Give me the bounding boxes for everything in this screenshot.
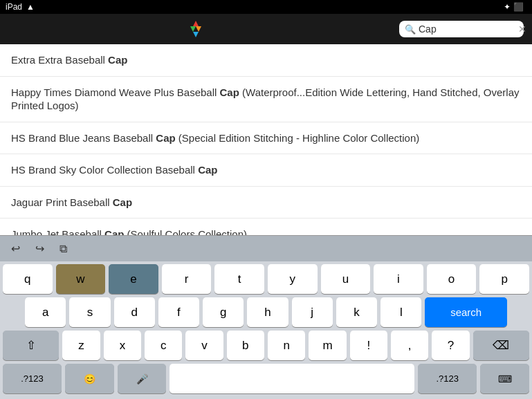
key-d[interactable]: d (114, 297, 155, 327)
search-box: 🔍 ✕ (399, 21, 524, 37)
key-a[interactable]: a (25, 297, 66, 327)
key-row-1: qwertyuiop (3, 264, 529, 294)
key-k[interactable]: k (336, 297, 377, 327)
key-x[interactable]: x (104, 331, 141, 360)
key-row-bottom: .?123😊🎤.?123⌨ (3, 364, 529, 399)
shopkeep-logo-icon (186, 19, 205, 39)
battery-icon: ⬛ (513, 2, 524, 12)
numbers-key-right[interactable]: .?123 (418, 364, 477, 393)
undo-button[interactable]: ↩ (7, 239, 24, 258)
key-h[interactable]: h (247, 297, 288, 327)
key-w[interactable]: w (56, 264, 106, 294)
svg-marker-3 (193, 32, 199, 37)
keyboard-toolbar: ↩ ↪ ⧉ (0, 235, 532, 261)
bluetooth-icon: ✦ (504, 2, 511, 12)
result-item[interactable]: Extra Extra Baseball Cap (0, 44, 532, 77)
key-row-3: ⇧zxcvbnm!,?⌫ (3, 331, 529, 360)
mic-key[interactable]: 🎤 (118, 364, 167, 393)
search-icon: 🔍 (405, 24, 416, 35)
shift-key[interactable]: ⇧ (3, 331, 59, 360)
numbers-key-left[interactable]: .?123 (3, 364, 62, 393)
key-s[interactable]: s (69, 297, 110, 327)
logo (21, 19, 374, 39)
key-z[interactable]: z (62, 331, 100, 360)
key-,[interactable]: , (391, 331, 428, 360)
paste-button[interactable]: ⧉ (55, 240, 71, 258)
key-y[interactable]: y (268, 264, 318, 294)
key-row-2: asdfghjklSearch (3, 297, 529, 327)
key-l[interactable]: l (380, 297, 421, 327)
key-b[interactable]: b (227, 331, 264, 360)
menu-button[interactable] (8, 26, 14, 32)
key-p[interactable]: p (479, 264, 529, 294)
svg-marker-0 (193, 21, 199, 26)
key-f[interactable]: f (158, 297, 199, 327)
space-key[interactable] (169, 364, 414, 393)
search-key[interactable]: Search (425, 297, 507, 327)
result-item[interactable]: Happy Times Diamond Weave Plus Baseball … (0, 77, 532, 122)
svg-marker-1 (196, 26, 201, 32)
key-r[interactable]: r (162, 264, 212, 294)
svg-marker-2 (190, 26, 196, 32)
key-m[interactable]: m (309, 331, 346, 360)
key-?[interactable]: ? (432, 331, 469, 360)
result-item[interactable]: HS Brand Blue Jeans Baseball Cap (Specia… (0, 122, 532, 155)
key-v[interactable]: v (185, 331, 223, 360)
search-input[interactable] (419, 24, 515, 35)
key-![interactable]: ! (350, 331, 387, 360)
status-bar: iPad ▲ ✦ ⬛ (0, 0, 532, 14)
search-clear-button[interactable]: ✕ (518, 24, 526, 35)
backspace-key[interactable]: ⌫ (473, 331, 529, 360)
keyboard: ↩ ↪ ⧉ qwertyuiop asdfghjklSearch ⇧zxcvbn… (0, 235, 532, 399)
keyboard-dismiss-key[interactable]: ⌨ (480, 364, 529, 393)
key-i[interactable]: i (374, 264, 423, 294)
key-q[interactable]: q (3, 264, 53, 294)
ipad-label: iPad (6, 2, 22, 12)
key-j[interactable]: j (292, 297, 333, 327)
key-g[interactable]: g (203, 297, 244, 327)
header: 🔍 ✕ (0, 14, 532, 44)
redo-button[interactable]: ↪ (31, 239, 48, 258)
discard-button[interactable] (381, 26, 392, 32)
wifi-icon: ▲ (26, 2, 35, 12)
emoji-key[interactable]: 😊 (65, 364, 114, 393)
key-e[interactable]: e (109, 264, 158, 294)
key-n[interactable]: n (268, 331, 305, 360)
status-right: ✦ ⬛ (504, 2, 526, 12)
key-rows: qwertyuiop asdfghjklSearch ⇧zxcvbnm!,?⌫ … (0, 261, 532, 399)
key-o[interactable]: o (427, 264, 477, 294)
key-u[interactable]: u (321, 264, 371, 294)
key-c[interactable]: c (145, 331, 182, 360)
status-left: iPad ▲ (6, 2, 35, 12)
key-t[interactable]: t (214, 264, 264, 294)
result-item[interactable]: HS Brand Sky Color Collection Baseball C… (0, 154, 532, 187)
result-item[interactable]: Jaguar Print Baseball Cap (0, 187, 532, 219)
